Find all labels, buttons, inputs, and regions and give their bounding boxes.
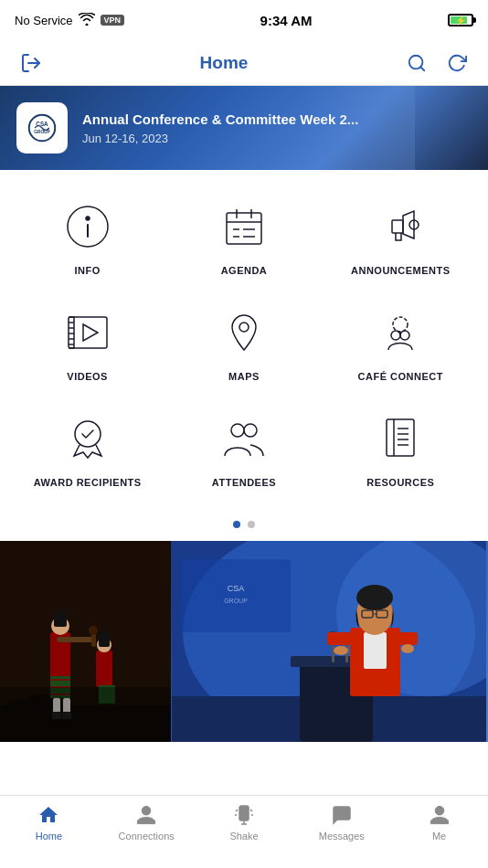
svg-marker-26: [83, 324, 98, 341]
cafe-connect-label: CAFÉ CONNECT: [358, 371, 443, 382]
agenda-label: AGENDA: [221, 265, 268, 276]
wifi-icon: [79, 13, 95, 28]
photo-strip: CSA GROUP: [0, 541, 488, 742]
tab-shake[interactable]: Shake: [196, 803, 293, 842]
me-icon: [428, 803, 451, 827]
svg-rect-74: [364, 632, 387, 669]
resources-label: RESOURCES: [366, 477, 434, 488]
vpn-badge: VPN: [101, 15, 125, 26]
battery-icon: ⚡: [448, 14, 473, 26]
grid-item-videos[interactable]: VIDEOS: [33, 302, 143, 382]
conference-date: Jun 12-16, 2023: [82, 132, 472, 145]
conference-logo: CSA GROUP: [16, 102, 68, 153]
tab-home-label: Home: [36, 831, 62, 842]
refresh-button[interactable]: [444, 50, 470, 76]
svg-rect-84: [181, 559, 291, 632]
svg-point-9: [86, 217, 90, 220]
svg-text:GROUP: GROUP: [225, 598, 249, 604]
svg-point-30: [400, 331, 409, 340]
dot-2[interactable]: [248, 521, 255, 528]
svg-line-2: [420, 67, 424, 70]
svg-rect-81: [399, 632, 418, 645]
svg-rect-62: [0, 687, 171, 742]
svg-rect-60: [99, 632, 110, 647]
svg-rect-10: [227, 213, 261, 244]
conference-banner[interactable]: CSA GROUP Annual Conference & Committee …: [0, 86, 488, 170]
connections-icon: [134, 803, 158, 827]
tab-me[interactable]: Me: [390, 803, 488, 842]
svg-point-49: [89, 626, 98, 635]
exit-button[interactable]: [18, 50, 44, 76]
svg-rect-35: [387, 419, 414, 456]
tab-home[interactable]: Home: [0, 803, 98, 842]
tab-shake-label: Shake: [229, 831, 258, 842]
svg-rect-47: [57, 637, 93, 642]
photo-left: [0, 541, 171, 742]
grid-item-announcements[interactable]: ANNOUNCEMENTS: [345, 196, 455, 276]
svg-text:CSA: CSA: [228, 584, 245, 593]
grid-menu: INFO AGENDA: [0, 170, 488, 515]
resources-icon: [369, 408, 431, 470]
status-left: No Service VPN: [15, 13, 124, 28]
status-right: ⚡: [448, 14, 473, 26]
svg-rect-18: [392, 220, 403, 233]
svg-point-29: [391, 331, 400, 340]
status-time: 9:34 AM: [260, 13, 313, 28]
svg-point-34: [244, 424, 257, 437]
tab-connections[interactable]: Connections: [98, 803, 196, 842]
maps-label: MAPS: [228, 371, 260, 382]
grid-row-3: AWARD RECIPIENTS ATTENDEES: [0, 400, 488, 506]
search-button[interactable]: [404, 50, 430, 76]
messages-icon: [330, 803, 354, 827]
pagination-dots: [0, 515, 488, 541]
announcements-label: ANNOUNCEMENTS: [351, 265, 451, 276]
svg-rect-87: [239, 806, 249, 820]
award-recipients-icon: [57, 408, 119, 470]
home-icon: [37, 803, 60, 827]
shake-icon: [232, 803, 256, 827]
grid-item-attendees[interactable]: ATTENDEES: [189, 408, 299, 488]
conference-info: Annual Conference & Committee Week 2... …: [82, 111, 472, 145]
tab-messages-label: Messages: [319, 831, 365, 842]
info-label: INFO: [75, 265, 101, 276]
svg-text:CSA: CSA: [36, 121, 48, 127]
tab-me-label: Me: [432, 831, 446, 842]
grid-item-info[interactable]: INFO: [33, 196, 143, 276]
status-bar: No Service VPN 9:34 AM ⚡: [0, 0, 488, 40]
svg-point-33: [231, 424, 244, 437]
award-recipients-label: AWARD RECIPIENTS: [34, 477, 142, 488]
grid-row-2: VIDEOS MAPS CAFÉ CONNECT: [0, 294, 488, 400]
attendees-icon: [213, 408, 275, 470]
grid-item-award-recipients[interactable]: AWARD RECIPIENTS: [33, 408, 143, 488]
info-icon: [57, 196, 119, 258]
carrier-text: No Service: [15, 14, 73, 27]
svg-point-32: [75, 421, 101, 447]
grid-item-resources[interactable]: RESOURCES: [345, 408, 455, 488]
videos-label: VIDEOS: [67, 371, 108, 382]
svg-point-83: [401, 644, 414, 653]
agenda-icon: [213, 196, 275, 258]
svg-point-82: [334, 646, 348, 655]
nav-bar: Home: [0, 40, 488, 86]
grid-item-agenda[interactable]: AGENDA: [189, 196, 299, 276]
grid-item-maps[interactable]: MAPS: [189, 302, 299, 382]
dot-1[interactable]: [233, 521, 240, 528]
announcements-icon: [369, 196, 431, 258]
svg-rect-80: [327, 632, 351, 645]
tab-messages[interactable]: Messages: [292, 803, 390, 842]
svg-point-76: [356, 585, 393, 610]
svg-point-27: [239, 323, 249, 332]
svg-rect-46: [54, 610, 67, 627]
nav-actions: [404, 50, 470, 76]
maps-icon: [213, 302, 275, 364]
attendees-label: ATTENDEES: [212, 477, 276, 488]
grid-row-1: INFO AGENDA: [0, 188, 488, 294]
conference-title: Annual Conference & Committee Week 2...: [82, 111, 472, 129]
svg-rect-58: [96, 651, 112, 687]
videos-icon: [57, 302, 119, 364]
photo-right: CSA GROUP: [171, 541, 488, 742]
svg-point-28: [393, 317, 408, 332]
tab-connections-label: Connections: [119, 831, 175, 842]
cafe-connect-icon: [369, 302, 431, 364]
grid-item-cafe-connect[interactable]: CAFÉ CONNECT: [345, 302, 455, 382]
